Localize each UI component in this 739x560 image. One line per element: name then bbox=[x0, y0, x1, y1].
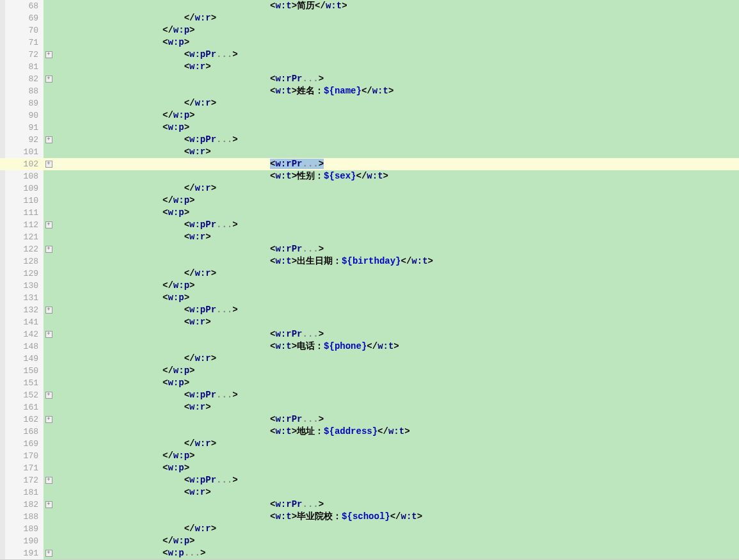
code-line[interactable]: 81 <w:r> bbox=[0, 61, 739, 73]
code-content[interactable]: <w:r> bbox=[54, 231, 739, 243]
code-content[interactable]: </w:p> bbox=[54, 24, 739, 36]
code-line[interactable]: 71 <w:p> bbox=[0, 36, 739, 49]
code-line[interactable]: 130 </w:p> bbox=[0, 280, 739, 292]
code-content[interactable]: <w:pPr...> bbox=[54, 134, 739, 146]
code-line[interactable]: 151 <w:p> bbox=[0, 377, 739, 389]
code-content[interactable]: </w:p> bbox=[54, 195, 739, 207]
code-line[interactable]: 191+ <w:p...> bbox=[0, 547, 739, 559]
code-line[interactable]: 102+ <w:rPr...> bbox=[0, 158, 739, 170]
code-line[interactable]: 69 </w:r> bbox=[0, 12, 739, 24]
code-content[interactable]: </w:p> bbox=[54, 450, 739, 462]
code-content[interactable]: <w:p> bbox=[54, 462, 739, 474]
code-content[interactable]: <w:t>地址：${address}</w:t> bbox=[54, 426, 739, 438]
code-content[interactable]: <w:pPr...> bbox=[54, 304, 739, 316]
code-line[interactable]: 171 <w:p> bbox=[0, 462, 739, 474]
fold-expand-icon[interactable]: + bbox=[44, 304, 54, 316]
code-content[interactable]: <w:t>毕业院校：${school}</w:t> bbox=[54, 511, 739, 523]
fold-expand-icon[interactable]: + bbox=[44, 474, 54, 486]
code-content[interactable]: </w:r> bbox=[54, 12, 739, 24]
fold-expand-icon[interactable]: + bbox=[44, 547, 54, 559]
code-line[interactable]: 82+ <w:rPr...> bbox=[0, 73, 739, 85]
fold-expand-icon[interactable]: + bbox=[44, 73, 54, 85]
code-line[interactable]: 109 </w:r> bbox=[0, 182, 739, 195]
code-line[interactable]: 129 </w:r> bbox=[0, 268, 739, 280]
code-content[interactable]: <w:r> bbox=[54, 401, 739, 413]
code-line[interactable]: 111 <w:p> bbox=[0, 207, 739, 219]
code-line[interactable]: 142+ <w:rPr...> bbox=[0, 328, 739, 340]
code-line[interactable]: 169 </w:r> bbox=[0, 438, 739, 450]
code-editor[interactable]: 68 <w:t>简历</w:t>69 </w:r>70 </w:p>71 <w:… bbox=[0, 0, 739, 559]
fold-expand-icon[interactable]: + bbox=[44, 413, 54, 426]
code-line[interactable]: 148 <w:t>电话：${phone}</w:t> bbox=[0, 340, 739, 353]
code-line[interactable]: 131 <w:p> bbox=[0, 292, 739, 304]
fold-expand-icon[interactable]: + bbox=[44, 389, 54, 401]
code-content[interactable]: <w:t>简历</w:t> bbox=[54, 0, 739, 12]
code-line[interactable]: 68 <w:t>简历</w:t> bbox=[0, 0, 739, 12]
code-content[interactable]: <w:r> bbox=[54, 486, 739, 499]
code-line[interactable]: 150 </w:p> bbox=[0, 365, 739, 377]
code-content[interactable]: <w:rPr...> bbox=[54, 413, 739, 426]
code-content[interactable]: </w:p> bbox=[54, 535, 739, 547]
code-content[interactable]: <w:rPr...> bbox=[54, 243, 739, 255]
code-line[interactable]: 112+ <w:pPr...> bbox=[0, 219, 739, 231]
code-line[interactable]: 181 <w:r> bbox=[0, 486, 739, 499]
code-content[interactable]: <w:pPr...> bbox=[54, 474, 739, 486]
code-line[interactable]: 149 </w:r> bbox=[0, 353, 739, 365]
code-line[interactable]: 188 <w:t>毕业院校：${school}</w:t> bbox=[0, 511, 739, 523]
code-line[interactable]: 170 </w:p> bbox=[0, 450, 739, 462]
fold-expand-icon[interactable]: + bbox=[44, 49, 54, 61]
code-line[interactable]: 162+ <w:rPr...> bbox=[0, 413, 739, 426]
fold-expand-icon[interactable]: + bbox=[44, 158, 54, 170]
code-line[interactable]: 152+ <w:pPr...> bbox=[0, 389, 739, 401]
code-content[interactable]: <w:rPr...> bbox=[54, 73, 739, 85]
code-content[interactable]: <w:p...> bbox=[54, 547, 739, 559]
code-content[interactable]: </w:r> bbox=[54, 97, 739, 109]
code-content[interactable]: <w:p> bbox=[54, 292, 739, 304]
fold-expand-icon[interactable]: + bbox=[44, 499, 54, 511]
code-content[interactable]: <w:r> bbox=[54, 316, 739, 328]
code-content[interactable]: <w:pPr...> bbox=[54, 49, 739, 61]
code-content[interactable]: <w:rPr...> bbox=[54, 158, 739, 170]
code-line[interactable]: 122+ <w:rPr...> bbox=[0, 243, 739, 255]
code-content[interactable]: </w:r> bbox=[54, 353, 739, 365]
fold-expand-icon[interactable]: + bbox=[44, 134, 54, 146]
fold-expand-icon[interactable]: + bbox=[44, 219, 54, 231]
code-content[interactable]: <w:p> bbox=[54, 207, 739, 219]
code-content[interactable]: <w:p> bbox=[54, 36, 739, 49]
code-line[interactable]: 172+ <w:pPr...> bbox=[0, 474, 739, 486]
code-line[interactable]: 92+ <w:pPr...> bbox=[0, 134, 739, 146]
code-line[interactable]: 101 <w:r> bbox=[0, 146, 739, 158]
code-line[interactable]: 141 <w:r> bbox=[0, 316, 739, 328]
fold-expand-icon[interactable]: + bbox=[44, 328, 54, 340]
code-line[interactable]: 128 <w:t>出生日期：${birthday}</w:t> bbox=[0, 255, 739, 268]
code-line[interactable]: 182+ <w:rPr...> bbox=[0, 499, 739, 511]
code-line[interactable]: 190 </w:p> bbox=[0, 535, 739, 547]
fold-expand-icon[interactable]: + bbox=[44, 243, 54, 255]
code-line[interactable]: 72+ <w:pPr...> bbox=[0, 49, 739, 61]
code-content[interactable]: <w:r> bbox=[54, 146, 739, 158]
code-content[interactable]: <w:pPr...> bbox=[54, 389, 739, 401]
code-line[interactable]: 89 </w:r> bbox=[0, 97, 739, 109]
code-content[interactable]: </w:p> bbox=[54, 280, 739, 292]
code-line[interactable]: 108 <w:t>性别：${sex}</w:t> bbox=[0, 170, 739, 182]
code-content[interactable]: <w:rPr...> bbox=[54, 499, 739, 511]
code-line[interactable]: 132+ <w:pPr...> bbox=[0, 304, 739, 316]
code-content[interactable]: <w:t>出生日期：${birthday}</w:t> bbox=[54, 255, 739, 268]
code-line[interactable]: 110 </w:p> bbox=[0, 195, 739, 207]
code-line[interactable]: 168 <w:t>地址：${address}</w:t> bbox=[0, 426, 739, 438]
code-line[interactable]: 70 </w:p> bbox=[0, 24, 739, 36]
code-content[interactable]: </w:r> bbox=[54, 182, 739, 195]
code-line[interactable]: 161 <w:r> bbox=[0, 401, 739, 413]
code-line[interactable]: 189 </w:r> bbox=[0, 523, 739, 535]
code-line[interactable]: 121 <w:r> bbox=[0, 231, 739, 243]
code-line[interactable]: 91 <w:p> bbox=[0, 122, 739, 134]
code-content[interactable]: <w:r> bbox=[54, 61, 739, 73]
code-content[interactable]: <w:t>姓名：${name}</w:t> bbox=[54, 85, 739, 97]
code-content[interactable]: <w:t>电话：${phone}</w:t> bbox=[54, 340, 739, 353]
code-content[interactable]: <w:pPr...> bbox=[54, 219, 739, 231]
code-content[interactable]: </w:p> bbox=[54, 365, 739, 377]
code-content[interactable]: <w:rPr...> bbox=[54, 328, 739, 340]
code-content[interactable]: <w:t>性别：${sex}</w:t> bbox=[54, 170, 739, 182]
code-line[interactable]: 90 </w:p> bbox=[0, 109, 739, 122]
code-content[interactable]: </w:p> bbox=[54, 109, 739, 122]
